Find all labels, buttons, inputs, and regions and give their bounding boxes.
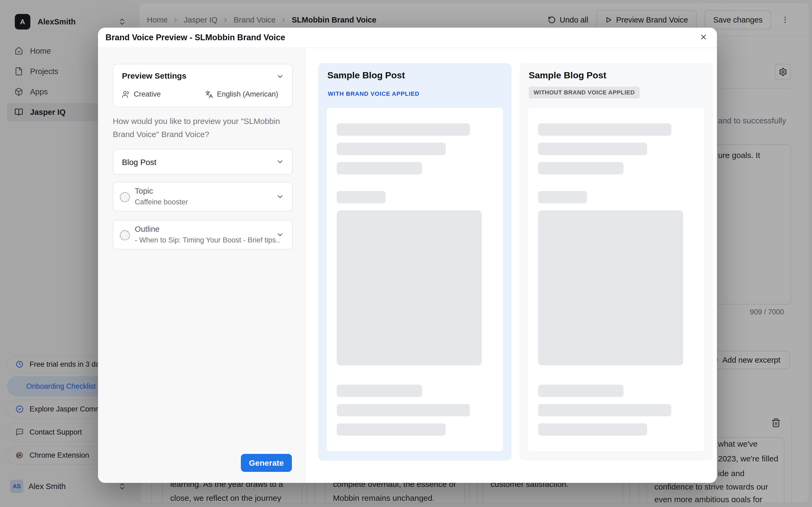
sample-content-placeholder bbox=[528, 108, 705, 451]
chevron-down-icon[interactable] bbox=[276, 72, 284, 80]
modal-header: Brand Voice Preview - SLMobbin Brand Voi… bbox=[98, 27, 717, 48]
skeleton-line bbox=[538, 162, 623, 174]
sample-content-placeholder bbox=[326, 108, 503, 451]
with-brand-voice-badge: WITH BRAND VOICE APPLIED bbox=[328, 91, 419, 97]
skeleton-line bbox=[538, 191, 587, 203]
skeleton-block bbox=[538, 210, 683, 365]
preview-settings-card[interactable]: Preview Settings Creative English (Ameri… bbox=[113, 64, 293, 107]
skeleton-line bbox=[337, 385, 422, 397]
without-brand-voice-badge: WITHOUT BRAND VOICE APPLIED bbox=[529, 87, 640, 99]
chevron-down-icon bbox=[276, 158, 284, 166]
skeleton-line bbox=[538, 385, 623, 397]
outline-field[interactable]: Outline - When to Sip: Timing Your Boost… bbox=[113, 220, 293, 249]
preview-settings-title: Preview Settings bbox=[122, 71, 186, 80]
translate-icon bbox=[205, 91, 213, 99]
users-icon bbox=[122, 91, 130, 99]
outline-value: - When to Sip: Timing Your Boost - Brief… bbox=[135, 236, 280, 244]
brand-voice-preview-modal: Brand Voice Preview - SLMobbin Brand Voi… bbox=[98, 27, 717, 483]
skeleton-line bbox=[538, 123, 671, 136]
chevron-down-icon bbox=[276, 231, 284, 239]
sample-card-title: Sample Blog Post bbox=[327, 70, 405, 80]
language-setting: English (American) bbox=[205, 90, 278, 99]
language-value: English (American) bbox=[217, 90, 278, 99]
generate-button[interactable]: Generate bbox=[241, 454, 292, 472]
outline-label: Outline bbox=[135, 225, 159, 234]
tone-setting: Creative bbox=[122, 90, 161, 99]
sample-without-brand-voice: Sample Blog Post WITHOUT BRAND VOICE APP… bbox=[520, 63, 713, 461]
tone-value: Creative bbox=[134, 90, 161, 99]
topic-field[interactable]: Topic Caffeine booster bbox=[113, 182, 293, 211]
sample-card-title: Sample Blog Post bbox=[529, 70, 606, 80]
close-icon bbox=[700, 33, 708, 41]
format-value: Blog Post bbox=[122, 150, 156, 175]
skeleton-block bbox=[337, 210, 482, 365]
skeleton-line bbox=[538, 423, 647, 436]
skeleton-line bbox=[337, 123, 470, 136]
skeleton-line bbox=[538, 404, 671, 416]
preview-question: How would you like to preview your "SLMo… bbox=[113, 115, 291, 141]
skeleton-line bbox=[538, 143, 647, 155]
skeleton-line bbox=[337, 191, 386, 203]
chevron-down-icon bbox=[276, 192, 284, 201]
skeleton-line bbox=[337, 143, 446, 155]
format-select[interactable]: Blog Post bbox=[113, 149, 293, 175]
dashed-circle-icon bbox=[120, 230, 130, 240]
sample-with-brand-voice: Sample Blog Post WITH BRAND VOICE APPLIE… bbox=[318, 63, 512, 461]
modal-title: Brand Voice Preview - SLMobbin Brand Voi… bbox=[106, 33, 285, 42]
topic-value: Caffeine booster bbox=[135, 198, 188, 206]
preview-settings-panel: Preview Settings Creative English (Ameri… bbox=[98, 49, 305, 483]
topic-label: Topic bbox=[135, 187, 153, 195]
dashed-circle-icon bbox=[120, 192, 130, 202]
skeleton-line bbox=[337, 162, 422, 174]
close-button[interactable] bbox=[697, 31, 710, 44]
skeleton-line bbox=[337, 423, 446, 436]
skeleton-line bbox=[337, 404, 470, 416]
